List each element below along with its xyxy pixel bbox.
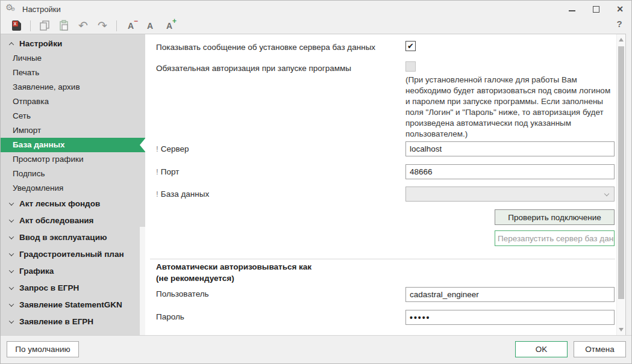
require-auth-label: Обязательная авторизация при запуске про… xyxy=(156,64,351,73)
scroll-down-icon[interactable] xyxy=(619,328,624,332)
sidebar-group-graphics[interactable]: Графика xyxy=(1,263,145,280)
chevron-up-icon xyxy=(9,42,14,47)
paste-icon xyxy=(58,20,70,31)
port-input[interactable] xyxy=(405,164,615,179)
help-button[interactable]: ? xyxy=(613,19,625,31)
undo-button[interactable]: ↶ xyxy=(76,19,90,32)
defaults-button[interactable]: По умолчанию xyxy=(7,341,79,357)
paste-button[interactable] xyxy=(57,19,71,32)
sidebar-group-egrn-request[interactable]: Запрос в ЕГРН xyxy=(1,280,145,297)
copy-icon xyxy=(39,20,51,31)
chevron-down-icon xyxy=(9,234,14,239)
chevron-down-icon xyxy=(9,318,14,323)
cancel-button[interactable]: Отмена xyxy=(574,341,626,357)
font-increase-button[interactable]: A+ xyxy=(162,19,177,32)
toolbar: x ↶ ↷ A− A A+ xyxy=(1,17,631,34)
vertical-scrollbar[interactable] xyxy=(616,34,625,335)
sidebar-group-settings[interactable]: Настройки xyxy=(1,37,145,51)
sidebar-item-network[interactable]: Сеть xyxy=(1,109,145,123)
copy-button[interactable] xyxy=(37,19,52,32)
font-decrease-icon: A− xyxy=(128,21,134,31)
user-input[interactable] xyxy=(405,287,615,302)
show-message-label: Показывать сообщение об установке сервер… xyxy=(156,43,375,52)
sidebar-item-graphics-view[interactable]: Просмотр графики xyxy=(1,152,145,167)
title-bar: ⚙⚙ Настройки ✕ xyxy=(1,1,631,17)
chevron-down-icon xyxy=(9,251,14,256)
required-mark: ! xyxy=(156,167,158,176)
chevron-down-icon xyxy=(9,200,14,205)
scrollbar-thumb[interactable] xyxy=(618,46,624,299)
ok-button[interactable]: OK xyxy=(515,341,568,357)
document-export-button[interactable]: x xyxy=(9,19,23,32)
require-auth-checkbox[interactable] xyxy=(405,61,416,72)
chevron-down-icon xyxy=(9,217,14,222)
sidebar-item-statement-archive[interactable]: Заявление, архив xyxy=(1,80,145,94)
toolbar-separator xyxy=(116,20,117,31)
sidebar-group-urban-plan[interactable]: Градостроительный план xyxy=(1,246,145,263)
sidebar-group-commissioning[interactable]: Ввод в эксплуатацию xyxy=(1,229,145,246)
maximize-button[interactable] xyxy=(588,2,604,16)
minimize-icon xyxy=(569,10,575,11)
sidebar-group-egrn-statement[interactable]: Заявление в ЕГРН xyxy=(1,313,145,330)
font-decrease-button[interactable]: A− xyxy=(124,19,138,32)
redo-button[interactable]: ↷ xyxy=(95,19,110,32)
sidebar-group-forest-act[interactable]: Акт лесных фондов xyxy=(1,196,145,212)
selected-notch-icon xyxy=(140,138,145,152)
gears-icon: ⚙⚙ xyxy=(5,4,17,14)
chevron-down-icon xyxy=(604,191,609,196)
sidebar-item-signature[interactable]: Подпись xyxy=(1,167,145,181)
settings-panel: Показывать сообщение об установке сервер… xyxy=(145,34,626,335)
require-auth-note: (При установленной галочке для работы Ва… xyxy=(405,75,615,140)
required-mark: ! xyxy=(156,144,158,153)
sidebar-group-erp-statement[interactable]: Заявление в ЕРП xyxy=(1,330,145,335)
undo-icon: ↶ xyxy=(78,20,88,31)
redo-icon: ↷ xyxy=(98,20,107,31)
check-connection-button[interactable]: Проверить подключение xyxy=(495,209,615,225)
chevron-down-icon xyxy=(9,285,14,289)
show-message-checkbox[interactable]: ✔ xyxy=(405,41,416,51)
window-title: Настройки xyxy=(22,5,61,14)
scroll-up-icon[interactable] xyxy=(619,38,624,42)
minimize-button[interactable] xyxy=(564,2,580,16)
section-divider xyxy=(150,259,615,259)
port-label: !Порт xyxy=(156,167,179,176)
sidebar-group-label: Настройки xyxy=(19,37,62,51)
password-input[interactable] xyxy=(405,310,615,325)
checkmark-icon: ✔ xyxy=(407,42,414,51)
restart-server-button[interactable]: Перезапустить сервер баз данных xyxy=(495,230,615,246)
sidebar-group-statementgkn[interactable]: Заявление StatementGKN xyxy=(1,297,145,313)
toolbar-separator xyxy=(30,20,31,31)
sidebar-group-survey-act[interactable]: Акт обследования xyxy=(1,212,145,229)
font-increase-icon: A+ xyxy=(166,21,172,31)
close-button[interactable]: ✕ xyxy=(612,2,628,16)
sidebar-item-import[interactable]: Импорт xyxy=(1,123,145,138)
maximize-icon xyxy=(593,6,599,13)
sidebar-item-personal[interactable]: Личные xyxy=(1,51,145,66)
server-input[interactable] xyxy=(405,141,615,156)
auto-auth-title: Автоматически авторизовываться как (не р… xyxy=(156,261,311,284)
font-reset-icon: A xyxy=(147,21,153,31)
database-select[interactable] xyxy=(405,187,615,202)
document-export-icon: x xyxy=(12,20,21,31)
sidebar: Настройки Личные Печать Заявление, архив… xyxy=(1,34,145,335)
server-label: !Сервер xyxy=(156,144,189,153)
password-label: Пароль xyxy=(156,312,184,321)
footer-bar: По умолчанию OK Отмена xyxy=(1,335,631,363)
chevron-down-icon xyxy=(9,301,14,306)
font-reset-button[interactable]: A xyxy=(143,19,157,32)
user-label: Пользователь xyxy=(156,289,209,298)
sidebar-item-notifications[interactable]: Уведомления xyxy=(1,181,145,196)
chevron-down-icon xyxy=(9,268,14,273)
sidebar-item-print[interactable]: Печать xyxy=(1,66,145,80)
sidebar-item-sending[interactable]: Отправка xyxy=(1,94,145,109)
required-mark: ! xyxy=(156,190,158,199)
database-label: !База данных xyxy=(156,190,209,199)
settings-window: ⚙⚙ Настройки ✕ x ↶ ↷ xyxy=(0,0,632,364)
sidebar-item-database[interactable]: База данных xyxy=(1,138,145,152)
sidebar-scrollbar[interactable] xyxy=(140,227,145,335)
